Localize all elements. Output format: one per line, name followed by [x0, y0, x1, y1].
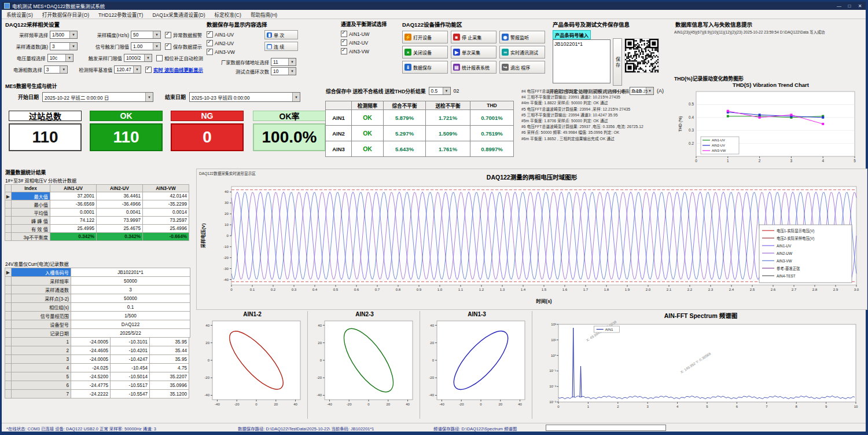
single-button[interactable]: ▮单 次	[264, 30, 298, 39]
barcode-save-button[interactable]: 保 存	[613, 38, 622, 86]
end-date-picker[interactable]: 2025-10-23 早班四 0:00:00▼	[189, 92, 300, 102]
maximize-button[interactable]: □	[846, 3, 853, 9]
value-cell: 0.7001%	[470, 109, 514, 126]
vendor-address-combo[interactable]: 11▼	[271, 58, 296, 66]
svg-text:20: 20	[205, 341, 209, 345]
judge-unit: 02	[454, 88, 459, 94]
lissajous-chart: -40-2002040-40-2002040	[422, 317, 529, 409]
stats1-row: 最小值-36.6569-36.4966-35.2299	[5, 200, 189, 209]
close-button[interactable]: ✕	[856, 3, 863, 9]
stop-button[interactable]: ■停 止采集	[451, 31, 496, 43]
value-cell: -10.5517	[110, 381, 150, 390]
svg-text:10: 10	[854, 405, 858, 408]
result-table: 检测频率综合不平衡送检不平衡THDAIN1OK5.879%1.721%0.700…	[326, 101, 514, 157]
stats2-data-row: 6-24.4775-10.551735.0996	[5, 381, 190, 390]
daq-combo[interactable]: 1/500▼	[50, 31, 78, 39]
svg-text:-20: -20	[223, 255, 229, 259]
daq-checkbox[interactable]: 相位补正自动检测	[156, 54, 203, 63]
liss2-title: AIN2-3	[310, 311, 420, 317]
daq-combo[interactable]: 1000/2▼	[124, 54, 152, 62]
link-button[interactable]: ∞实时通讯测试	[499, 46, 545, 59]
report-button[interactable]: ▤统计报表系统	[451, 61, 496, 74]
product-panel: 产品条码号及测试文件保存信息 产品条码号输入 JB102201*1 保 存	[551, 20, 671, 81]
monitor-button[interactable]: ◉警报监听	[499, 31, 545, 43]
value-cell: -10.5014	[110, 372, 150, 381]
menu-item-1[interactable]: 系统设置(S)	[2, 11, 38, 18]
limit-combo[interactable]: 0.5▼	[429, 87, 451, 95]
result-header-cell: THD	[470, 101, 514, 110]
lissajous-panel-2: AIN2-3 -40-2002040-40-2002040	[310, 311, 420, 419]
svg-text:1: 1	[587, 405, 590, 408]
mes-section: MES数据号生成与统计	[5, 82, 57, 90]
value-cell: -36.6569	[50, 200, 97, 209]
chevron-down-icon: ▼	[133, 66, 141, 73]
svg-text:1.1: 1.1	[458, 287, 464, 291]
daq-combo[interactable]: 3▼	[44, 65, 68, 74]
daq-combo[interactable]: 10c▼	[47, 54, 73, 62]
value-cell: 0.0041	[96, 208, 143, 217]
daq-checkbox[interactable]: 异常数据报警	[165, 31, 202, 39]
svg-text:9: 9	[825, 405, 827, 408]
svg-text:0.9: 0.9	[417, 287, 422, 291]
date-range-row: 开始日期 2025-10-22 早班二 0:00:00 日▼ 结束日期 2025…	[18, 92, 300, 102]
value-cell: 74.122	[50, 216, 97, 225]
chevron-down-icon: ▼	[292, 93, 300, 101]
menu-item-6[interactable]: 帮助指南(H)	[246, 11, 282, 18]
menu-item-4[interactable]: DAQ1x采集通道设置(D)	[148, 11, 209, 18]
exit-button[interactable]: ↪退出 程序	[499, 61, 545, 74]
svg-text:AIN1-UV: AIN1-UV	[777, 244, 792, 248]
svg-text:1.2: 1.2	[479, 287, 484, 291]
thd-trend-panel: THD(S) Vibration Trend Chart 0.20.30.40.…	[676, 82, 865, 170]
start-date-picker[interactable]: 2025-10-22 早班二 0:00:00 日▼	[42, 92, 153, 102]
svg-text:0: 0	[432, 359, 435, 362]
report-icon: ▤	[453, 64, 460, 71]
svg-text:-40: -40	[223, 277, 229, 282]
plug-button[interactable]: ⚡打开设备	[402, 31, 448, 43]
menu-item-2[interactable]: 打开数据保存目录(O)	[38, 11, 94, 18]
value-cell: 1.721%	[425, 109, 470, 126]
result-header-row: 检测频率综合不平衡送检不平衡THD	[326, 101, 514, 110]
save-button[interactable]: ⇓数据保存	[402, 61, 448, 74]
svg-text:2.8: 2.8	[812, 287, 818, 291]
minimize-button[interactable]: —	[836, 3, 843, 9]
value-cell: -10.3101	[110, 337, 150, 346]
barcode-input[interactable]: JB102201*1	[553, 39, 610, 83]
play-button[interactable]: ▶单次采集	[451, 46, 496, 59]
svg-text:0.2: 0.2	[689, 141, 694, 145]
svg-text:0.4: 0.4	[689, 115, 694, 119]
svg-text:-20: -20	[429, 376, 434, 379]
save-channel-checkbox[interactable]: AIN1-UV	[207, 30, 260, 39]
balance-channel-checkbox[interactable]: AIN1-UW	[341, 30, 396, 38]
menu-item-5[interactable]: 标定校准(C)	[210, 11, 246, 18]
field-label: 测试点循环次数	[207, 68, 269, 75]
chevron-down-icon: ▼	[443, 87, 450, 94]
daq-combo[interactable]: 1.00▼	[131, 42, 161, 50]
save-channel-checkbox[interactable]: AIN3-VW	[207, 47, 260, 56]
stop-icon: ■	[453, 34, 460, 41]
daq-combo[interactable]: 120.47▼	[114, 65, 141, 74]
checkbox-icon	[341, 31, 347, 37]
svg-text:3: 3	[790, 159, 793, 163]
value-cell: 4.75	[149, 363, 189, 372]
button-label: 打开设备	[413, 34, 432, 41]
svg-text:40: 40	[406, 403, 410, 406]
save-channel-checkbox[interactable]: AIN2-UV	[207, 39, 260, 47]
loop-count-combo[interactable]: 10▼	[271, 67, 296, 75]
row-index: 4	[11, 363, 71, 372]
ops-panel-title: DAQ122设备操作功能区	[401, 20, 548, 29]
daq-combo[interactable]: 50▼	[131, 31, 161, 39]
svg-text:3.0: 3.0	[854, 287, 859, 291]
button-label: 警报监听	[510, 34, 529, 41]
param-label: 入槽条码号	[11, 268, 71, 277]
svg-text:40: 40	[518, 403, 522, 406]
result-header-cell: 检测频率	[351, 101, 384, 110]
balance-channel-checkbox[interactable]: AIN2-UV	[341, 38, 396, 47]
close-button[interactable]: ×关闭设备	[402, 46, 448, 59]
daq-checkbox[interactable]: 保存数据提示	[165, 42, 202, 51]
balance-channel-checkbox[interactable]: AIN3-VW	[341, 47, 396, 56]
daq-combo[interactable]: 3▼	[50, 42, 78, 50]
value-cell: 25.4996	[142, 224, 189, 233]
multi-button[interactable]: ▦连 续	[264, 42, 298, 51]
menu-item-3[interactable]: THD122参数设置(T)	[94, 11, 148, 18]
daq-checkbox[interactable]: 实时 波形曲线更新显示	[145, 65, 203, 74]
